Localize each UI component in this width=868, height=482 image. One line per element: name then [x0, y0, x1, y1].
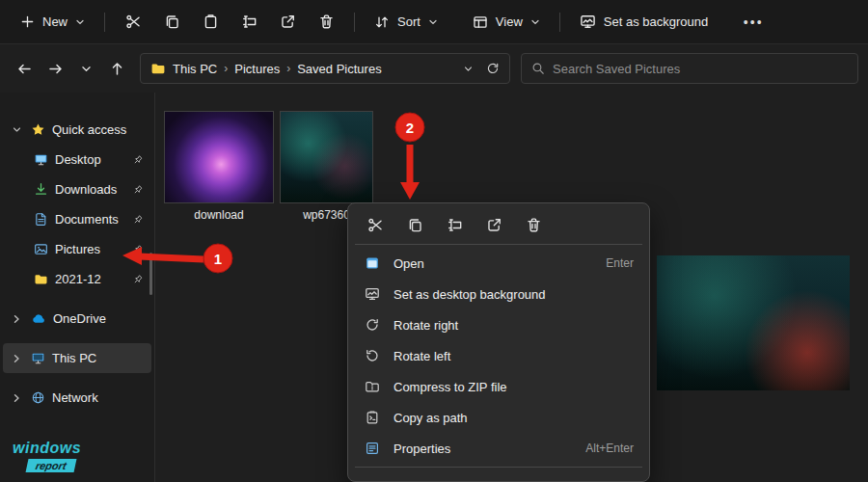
sidebar-item-label: Downloads: [55, 182, 117, 197]
plus-icon: [20, 14, 35, 29]
sidebar-item-label: Desktop: [55, 152, 101, 167]
menu-item-label: Open: [393, 256, 424, 271]
folder-icon: [150, 61, 166, 76]
onedrive-cloud-icon: [31, 311, 46, 327]
menu-item-label: Rotate left: [393, 349, 450, 363]
chevron-right-icon[interactable]: [12, 354, 24, 363]
rotate-left-icon: [364, 348, 381, 363]
rename-button[interactable]: [437, 210, 473, 239]
cut-icon: [125, 13, 142, 30]
sidebar-item-onedrive[interactable]: OneDrive: [3, 304, 151, 334]
arrow-left-icon: [16, 61, 33, 77]
new-button[interactable]: New: [10, 6, 95, 39]
toolbar-divider: [559, 13, 560, 32]
new-button-label: New: [42, 14, 68, 29]
breadcrumb-this-pc[interactable]: This PC: [173, 62, 217, 76]
chevron-down-icon[interactable]: [12, 124, 24, 135]
chevron-down-icon: [530, 17, 540, 27]
context-menu: Open Enter Set as desktop background Rot…: [347, 202, 650, 482]
refresh-button[interactable]: [486, 62, 500, 75]
sidebar-item-this-pc[interactable]: This PC: [3, 343, 151, 373]
sidebar-item-label: OneDrive: [53, 311, 106, 326]
menu-item-label: Copy as path: [393, 411, 468, 425]
back-button[interactable]: [10, 54, 39, 83]
breadcrumb-pictures[interactable]: Pictures: [234, 62, 280, 76]
background-image-preview: [657, 255, 850, 390]
menu-item-set-as-desktop-background[interactable]: Set as desktop background: [353, 279, 644, 309]
menu-item-shortcut: Enter: [606, 256, 634, 270]
sidebar-item-label: Pictures: [55, 242, 100, 256]
copy-icon: [164, 13, 180, 30]
cut-button[interactable]: [114, 6, 152, 39]
copy-button[interactable]: [152, 6, 191, 39]
sort-icon: [374, 14, 390, 30]
search-box[interactable]: [521, 53, 858, 84]
navigation-pane: Quick access Desktop Downloads Doc: [0, 93, 155, 482]
navigation-bar: This PC › Pictures › Saved Pictures: [0, 44, 868, 93]
up-button[interactable]: [102, 54, 131, 83]
sidebar-item-label: Network: [52, 390, 98, 405]
sidebar-scrollbar[interactable]: [149, 253, 152, 295]
address-dropdown-button[interactable]: [463, 64, 474, 74]
sidebar-item-downloads[interactable]: Downloads: [3, 174, 151, 204]
breadcrumb-saved-pictures[interactable]: Saved Pictures: [297, 62, 381, 76]
rename-button[interactable]: [230, 6, 268, 39]
star-icon: [31, 122, 45, 137]
share-button[interactable]: [476, 210, 512, 239]
address-bar[interactable]: This PC › Pictures › Saved Pictures: [140, 53, 510, 84]
search-input[interactable]: [553, 62, 848, 76]
chevron-right-icon[interactable]: [12, 393, 24, 403]
cut-button[interactable]: [358, 210, 393, 239]
menu-item-rotate-right[interactable]: Rotate right: [353, 309, 644, 340]
recent-locations-button[interactable]: [71, 54, 100, 83]
pin-icon: [132, 214, 144, 226]
delete-button[interactable]: [516, 210, 552, 239]
paste-icon: [203, 13, 219, 30]
share-icon: [280, 13, 296, 30]
thumbnail-image: [280, 111, 373, 203]
view-button[interactable]: View: [462, 6, 551, 39]
sidebar-item-quick-access[interactable]: Quick access: [3, 115, 151, 145]
set-background-icon: [580, 13, 596, 30]
sort-button-label: Sort: [397, 14, 420, 29]
menu-item-properties[interactable]: Properties Alt+Enter: [353, 433, 644, 464]
menu-item-copy-as-path[interactable]: Copy as path: [353, 402, 644, 433]
copy-button[interactable]: [397, 210, 433, 239]
share-icon: [486, 217, 502, 233]
menu-item-label: Rotate right: [393, 318, 458, 333]
more-options-button[interactable]: •••: [734, 6, 773, 39]
sidebar-item-pictures[interactable]: Pictures: [3, 234, 151, 264]
share-button[interactable]: [268, 6, 307, 39]
chevron-right-icon[interactable]: [12, 314, 24, 324]
rename-icon: [447, 217, 463, 233]
arrow-right-icon: [47, 61, 64, 77]
trash-icon: [526, 217, 542, 233]
sidebar-item-network[interactable]: Network: [3, 383, 151, 413]
sidebar-item-desktop[interactable]: Desktop: [3, 145, 151, 174]
file-item-download[interactable]: download: [164, 111, 274, 222]
menu-item-label: Compress to ZIP file: [393, 380, 507, 394]
menu-item-compress-to-zip[interactable]: Compress to ZIP file: [353, 371, 644, 402]
file-explorer-window: New: [0, 0, 868, 482]
sidebar-item-documents[interactable]: Documents: [3, 204, 151, 234]
desktop-icon: [34, 152, 48, 167]
view-icon: [473, 14, 488, 30]
set-as-background-button[interactable]: Set as background: [569, 6, 719, 39]
breadcrumb-separator: ›: [224, 62, 228, 75]
menu-item-rotate-left[interactable]: Rotate left: [353, 340, 644, 371]
rotate-right-icon: [364, 317, 381, 333]
pin-icon: [132, 244, 144, 255]
delete-button[interactable]: [307, 6, 345, 39]
network-globe-icon: [31, 390, 45, 405]
breadcrumb-separator: ›: [286, 62, 290, 75]
command-toolbar: New: [0, 0, 868, 44]
menu-item-label: Set as desktop background: [393, 287, 546, 302]
document-icon: [34, 212, 48, 227]
forward-button[interactable]: [41, 54, 69, 83]
sort-button[interactable]: Sort: [364, 6, 448, 39]
menu-item-shortcut: Alt+Enter: [585, 442, 634, 455]
rename-icon: [241, 13, 258, 30]
sidebar-item-2021-12[interactable]: 2021-12: [3, 264, 151, 294]
menu-item-open[interactable]: Open Enter: [353, 248, 644, 279]
paste-button[interactable]: [191, 6, 230, 39]
